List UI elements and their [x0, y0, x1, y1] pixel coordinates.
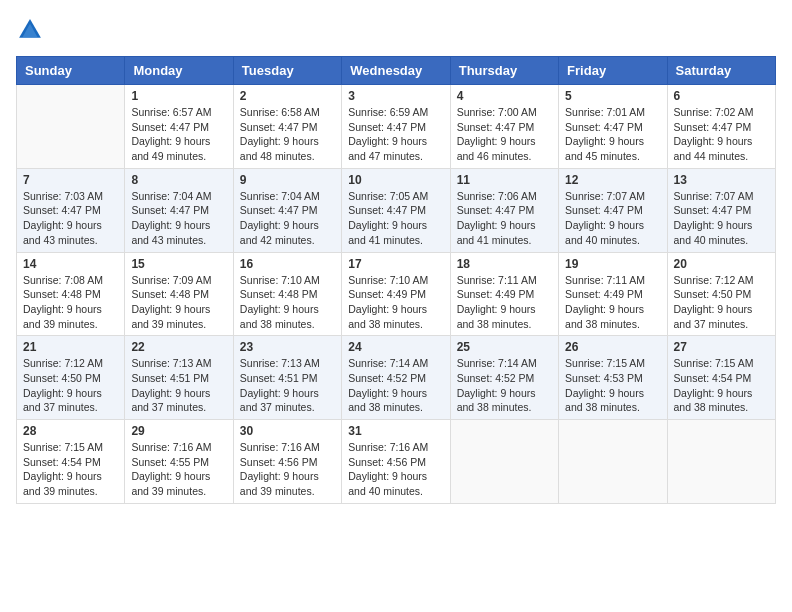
day-number: 17 [348, 257, 443, 271]
calendar-table: SundayMondayTuesdayWednesdayThursdayFrid… [16, 56, 776, 504]
day-info: Sunrise: 7:10 AMSunset: 4:49 PMDaylight:… [348, 273, 443, 332]
daylight-text-cont: and 41 minutes. [348, 233, 443, 248]
day-info: Sunrise: 7:00 AMSunset: 4:47 PMDaylight:… [457, 105, 552, 164]
daylight-text-cont: and 43 minutes. [23, 233, 118, 248]
calendar-cell: 10Sunrise: 7:05 AMSunset: 4:47 PMDayligh… [342, 168, 450, 252]
daylight-text-cont: and 38 minutes. [457, 400, 552, 415]
calendar-cell: 28Sunrise: 7:15 AMSunset: 4:54 PMDayligh… [17, 420, 125, 504]
calendar-cell: 13Sunrise: 7:07 AMSunset: 4:47 PMDayligh… [667, 168, 775, 252]
daylight-text: Daylight: 9 hours [23, 469, 118, 484]
calendar-cell: 29Sunrise: 7:16 AMSunset: 4:55 PMDayligh… [125, 420, 233, 504]
calendar-cell: 4Sunrise: 7:00 AMSunset: 4:47 PMDaylight… [450, 85, 558, 169]
day-info: Sunrise: 7:05 AMSunset: 4:47 PMDaylight:… [348, 189, 443, 248]
daylight-text-cont: and 38 minutes. [565, 400, 660, 415]
day-number: 5 [565, 89, 660, 103]
calendar-cell [667, 420, 775, 504]
sunset-text: Sunset: 4:54 PM [674, 371, 769, 386]
daylight-text: Daylight: 9 hours [565, 386, 660, 401]
calendar-cell: 7Sunrise: 7:03 AMSunset: 4:47 PMDaylight… [17, 168, 125, 252]
daylight-text-cont: and 39 minutes. [23, 484, 118, 499]
sunrise-text: Sunrise: 7:02 AM [674, 105, 769, 120]
weekday-header: Thursday [450, 57, 558, 85]
daylight-text-cont: and 39 minutes. [23, 317, 118, 332]
day-number: 30 [240, 424, 335, 438]
daylight-text: Daylight: 9 hours [457, 134, 552, 149]
day-number: 29 [131, 424, 226, 438]
day-info: Sunrise: 7:15 AMSunset: 4:54 PMDaylight:… [674, 356, 769, 415]
calendar-cell: 9Sunrise: 7:04 AMSunset: 4:47 PMDaylight… [233, 168, 341, 252]
sunrise-text: Sunrise: 6:58 AM [240, 105, 335, 120]
daylight-text: Daylight: 9 hours [674, 134, 769, 149]
sunset-text: Sunset: 4:47 PM [348, 203, 443, 218]
calendar-cell: 18Sunrise: 7:11 AMSunset: 4:49 PMDayligh… [450, 252, 558, 336]
sunset-text: Sunset: 4:48 PM [23, 287, 118, 302]
sunrise-text: Sunrise: 7:06 AM [457, 189, 552, 204]
day-info: Sunrise: 7:01 AMSunset: 4:47 PMDaylight:… [565, 105, 660, 164]
calendar-cell [450, 420, 558, 504]
daylight-text: Daylight: 9 hours [23, 302, 118, 317]
sunrise-text: Sunrise: 7:16 AM [131, 440, 226, 455]
calendar-cell: 19Sunrise: 7:11 AMSunset: 4:49 PMDayligh… [559, 252, 667, 336]
sunrise-text: Sunrise: 7:16 AM [240, 440, 335, 455]
calendar-cell: 24Sunrise: 7:14 AMSunset: 4:52 PMDayligh… [342, 336, 450, 420]
calendar-cell: 23Sunrise: 7:13 AMSunset: 4:51 PMDayligh… [233, 336, 341, 420]
sunset-text: Sunset: 4:49 PM [457, 287, 552, 302]
weekday-header: Saturday [667, 57, 775, 85]
day-info: Sunrise: 7:14 AMSunset: 4:52 PMDaylight:… [457, 356, 552, 415]
sunrise-text: Sunrise: 6:59 AM [348, 105, 443, 120]
day-number: 31 [348, 424, 443, 438]
sunset-text: Sunset: 4:54 PM [23, 455, 118, 470]
day-number: 22 [131, 340, 226, 354]
sunset-text: Sunset: 4:52 PM [348, 371, 443, 386]
sunrise-text: Sunrise: 7:15 AM [565, 356, 660, 371]
sunset-text: Sunset: 4:47 PM [131, 120, 226, 135]
daylight-text-cont: and 37 minutes. [23, 400, 118, 415]
daylight-text-cont: and 40 minutes. [674, 233, 769, 248]
day-info: Sunrise: 7:02 AMSunset: 4:47 PMDaylight:… [674, 105, 769, 164]
sunset-text: Sunset: 4:47 PM [240, 203, 335, 218]
weekday-header: Monday [125, 57, 233, 85]
day-info: Sunrise: 7:12 AMSunset: 4:50 PMDaylight:… [674, 273, 769, 332]
day-number: 18 [457, 257, 552, 271]
sunset-text: Sunset: 4:55 PM [131, 455, 226, 470]
sunset-text: Sunset: 4:52 PM [457, 371, 552, 386]
day-info: Sunrise: 7:03 AMSunset: 4:47 PMDaylight:… [23, 189, 118, 248]
sunset-text: Sunset: 4:47 PM [131, 203, 226, 218]
page-header [16, 16, 776, 44]
calendar-cell: 11Sunrise: 7:06 AMSunset: 4:47 PMDayligh… [450, 168, 558, 252]
sunset-text: Sunset: 4:51 PM [131, 371, 226, 386]
calendar-cell: 26Sunrise: 7:15 AMSunset: 4:53 PMDayligh… [559, 336, 667, 420]
sunrise-text: Sunrise: 7:10 AM [348, 273, 443, 288]
daylight-text-cont: and 39 minutes. [131, 317, 226, 332]
day-number: 24 [348, 340, 443, 354]
sunrise-text: Sunrise: 7:15 AM [674, 356, 769, 371]
sunset-text: Sunset: 4:47 PM [348, 120, 443, 135]
weekday-header: Friday [559, 57, 667, 85]
calendar-cell: 21Sunrise: 7:12 AMSunset: 4:50 PMDayligh… [17, 336, 125, 420]
day-info: Sunrise: 7:15 AMSunset: 4:54 PMDaylight:… [23, 440, 118, 499]
day-number: 3 [348, 89, 443, 103]
day-number: 20 [674, 257, 769, 271]
day-number: 12 [565, 173, 660, 187]
daylight-text: Daylight: 9 hours [565, 218, 660, 233]
day-number: 1 [131, 89, 226, 103]
sunrise-text: Sunrise: 7:03 AM [23, 189, 118, 204]
day-number: 26 [565, 340, 660, 354]
daylight-text: Daylight: 9 hours [674, 218, 769, 233]
sunrise-text: Sunrise: 7:11 AM [457, 273, 552, 288]
calendar-cell: 30Sunrise: 7:16 AMSunset: 4:56 PMDayligh… [233, 420, 341, 504]
day-info: Sunrise: 7:04 AMSunset: 4:47 PMDaylight:… [131, 189, 226, 248]
daylight-text: Daylight: 9 hours [240, 469, 335, 484]
daylight-text: Daylight: 9 hours [240, 218, 335, 233]
day-info: Sunrise: 7:11 AMSunset: 4:49 PMDaylight:… [565, 273, 660, 332]
sunset-text: Sunset: 4:56 PM [240, 455, 335, 470]
daylight-text: Daylight: 9 hours [674, 386, 769, 401]
sunrise-text: Sunrise: 7:04 AM [131, 189, 226, 204]
daylight-text: Daylight: 9 hours [348, 134, 443, 149]
day-number: 23 [240, 340, 335, 354]
daylight-text: Daylight: 9 hours [348, 302, 443, 317]
daylight-text: Daylight: 9 hours [131, 218, 226, 233]
calendar-cell: 31Sunrise: 7:16 AMSunset: 4:56 PMDayligh… [342, 420, 450, 504]
daylight-text-cont: and 38 minutes. [674, 400, 769, 415]
day-info: Sunrise: 7:09 AMSunset: 4:48 PMDaylight:… [131, 273, 226, 332]
